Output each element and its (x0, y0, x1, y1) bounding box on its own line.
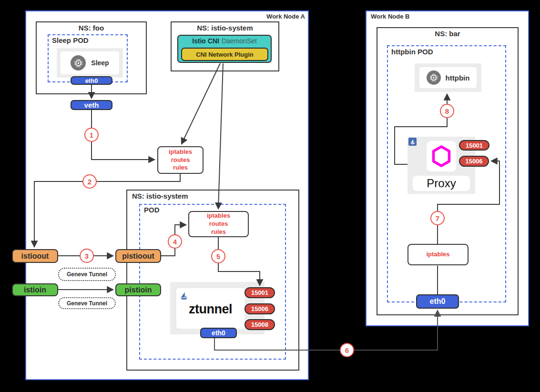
ns-bar-label: NS: bar (377, 30, 519, 38)
istio-logo-icon (408, 138, 417, 146)
httpbin-pod-label: httpbin POD (391, 48, 433, 56)
step-6: 6 (340, 343, 354, 357)
step-7: 7 (430, 211, 445, 225)
proxy-port-15001: 15001 (459, 140, 489, 151)
ztunnel-port-15001: 15001 (245, 287, 275, 298)
veth-badge: veth (71, 100, 112, 110)
work-node-a-title: Work Node A (257, 13, 305, 20)
ztunnel-name: ztunnel (176, 302, 245, 317)
geneve-tunnel-1: Geneve Tunnel (58, 268, 116, 281)
pod-rules-line1: iptables (207, 212, 230, 220)
nodeb-iptables-label: iptables (426, 251, 449, 259)
istioout-badge: istioout (12, 249, 58, 263)
step-1: 1 (84, 128, 99, 142)
step-3: 3 (80, 249, 94, 263)
step-5: 5 (211, 249, 225, 263)
sleep-app-label: Sleep (91, 59, 109, 67)
ztunnel-pod-label: POD (144, 206, 160, 214)
pistioin-badge: pistioin (115, 283, 161, 296)
ztunnel-port-15006: 15006 (245, 303, 275, 314)
geneve-tunnel-2: Geneve Tunnel (58, 297, 116, 309)
pod-rules-line3: rules (211, 228, 226, 236)
nodeb-eth0-badge: eth0 (416, 294, 459, 309)
cni-network-plugin-box: CNI Network Plugin (181, 48, 268, 61)
httpbin-chip-icon (427, 70, 441, 85)
host-rules-box: iptables routes rules (157, 146, 204, 174)
httpbin-app-inner: httpbin (419, 67, 477, 88)
httpbin-app-label: httpbin (446, 74, 470, 82)
work-node-b-title: Work Node B (371, 13, 409, 20)
ztunnel-eth0-badge: eth0 (200, 328, 237, 338)
sleep-eth0-badge: eth0 (71, 76, 112, 85)
istio-cni-type: DaemonSet (222, 37, 257, 45)
step-4: 4 (168, 234, 182, 249)
proxy-port-15006: 15006 (459, 156, 489, 167)
ztunnel-port-15008: 15008 (245, 319, 275, 330)
ns-foo-label: NS: foo (36, 24, 147, 32)
diagram-canvas: Work Node A NS: foo Sleep POD Sleep eth0… (0, 0, 540, 392)
proxy-name: Proxy (413, 176, 470, 191)
host-rules-line2: routes (171, 156, 190, 164)
pod-rules-box: iptables routes rules (188, 211, 249, 237)
nodeb-iptables-box: iptables (408, 244, 469, 265)
ztunnel-sailboat-icon (180, 292, 188, 302)
pistioout-badge: pistioout (115, 249, 161, 263)
ns-istio-pod-label: NS: istio-system (132, 192, 188, 200)
sleep-chip-icon (71, 55, 86, 70)
sleep-app-inner: Sleep (61, 51, 119, 74)
istioin-badge: istioin (12, 283, 58, 296)
step-8: 8 (440, 104, 454, 118)
sleep-pod-label: Sleep POD (52, 36, 89, 44)
host-rules-line1: iptables (169, 148, 192, 156)
ns-istio-top-label: NS: istio-system (171, 24, 279, 32)
istio-cni-name: Istio CNI (192, 37, 219, 45)
pod-rules-line2: routes (209, 220, 228, 228)
istio-cni-daemonset-title: Istio CNI DaemonSet (177, 36, 272, 46)
step-2: 2 (82, 174, 97, 189)
host-rules-line3: rules (173, 164, 188, 172)
envoy-hexagon-icon (427, 141, 456, 171)
